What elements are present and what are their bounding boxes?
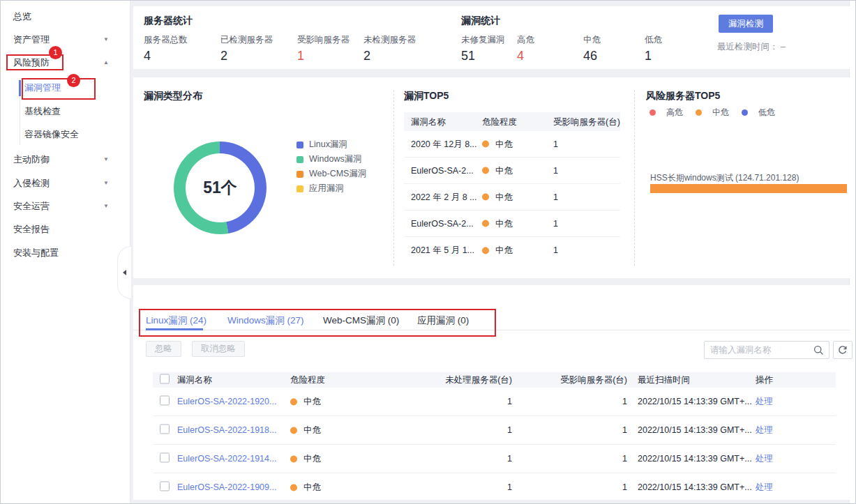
stat-scanned-servers: 已检测服务器2 [220,34,273,63]
medium-risk-dot-icon [482,247,489,254]
medium-risk-dot-icon [290,455,297,462]
chevron-down-icon [103,153,109,167]
high-risk-dot-icon [649,109,656,116]
legend-item-windows: Windows漏洞 [296,152,366,167]
vuln-scan-button[interactable]: 漏洞检测 [719,15,773,33]
row-checkbox[interactable] [160,453,170,463]
sidebar-item-proactive-defense[interactable]: 主动防御 [1,153,130,167]
risk-server-top5-title: 风险服务器TOP5 [646,90,720,102]
legend-item-low: 低危 [742,107,775,119]
tab-linux-vulns[interactable]: Linux漏洞 (24) [146,314,207,327]
sidebar-item-vulnerability-management[interactable]: 漏洞管理 [1,81,130,95]
chevron-up-icon [103,56,109,70]
webcms-legend-swatch [296,171,303,178]
medium-risk-dot-icon [482,167,489,174]
row-checkbox[interactable] [160,482,170,491]
vuln-top5-header: 漏洞名称 危险程度 受影响服务器(台) [404,112,620,131]
statistics-card: 服务器统计 服务器总数4 已检测服务器2 受影响服务器1 未检测服务器2 漏洞统… [133,6,850,69]
sidebar-collapse-handle[interactable] [117,246,131,299]
risk-server-bar [650,184,847,193]
low-risk-dot-icon [742,109,748,116]
chevron-down-icon [103,176,109,190]
vuln-top5-table: 漏洞名称 危险程度 受影响服务器(台) 2020 年 12月 8... 中危 1… [404,112,620,264]
vuln-type-chart-title: 漏洞类型分布 [144,90,202,102]
server-stats-title: 服务器统计 [144,15,193,27]
stat-high-risk: 高危4 [517,34,534,63]
linux-legend-swatch [296,142,303,148]
sidebar-item-security-operations[interactable]: 安全运营 [1,199,130,213]
sidebar: 总览 资产管理 风险预防 漏洞管理 基线检查 容器镜像安全 主动防御 入侵检测 … [1,1,130,503]
stat-affected-servers: 受影响服务器1 [297,34,350,63]
table-row: 2020 年 12月 8... 中危 1 [404,131,620,158]
ignore-button[interactable]: 忽略 [146,341,181,357]
stat-unscanned-servers: 未检测服务器2 [363,34,416,63]
charts-card: 漏洞类型分布 51个 Linux漏洞 Windows漏洞 Web-CMS漏洞 应… [133,77,850,278]
vuln-type-donut-chart: 51个 [174,142,266,234]
vuln-search-box [704,341,829,359]
legend-item-app: 应用漏洞 [296,181,366,196]
table-row: EulerOS-SA-2022-1909... 中危 1 1 2022/10/1… [153,473,836,502]
table-row: EulerOS-SA-2... 中危 1 [404,211,620,237]
chevron-down-icon [103,199,109,213]
vuln-name-link[interactable]: EulerOS-SA-2022-1920... [177,397,276,406]
vuln-stats-title: 漏洞统计 [461,15,500,27]
row-checkbox[interactable] [160,396,170,406]
vuln-name-link[interactable]: EulerOS-SA-2022-1914... [177,454,276,464]
cancel-ignore-button[interactable]: 取消忽略 [192,341,245,357]
sidebar-item-risk-prevention[interactable]: 风险预防 [1,56,130,70]
stat-unfixed-vulns: 未修复漏洞51 [461,34,505,63]
section-divider [634,90,635,266]
tab-app-vulns[interactable]: 应用漏洞 (0) [417,314,469,327]
vuln-list-card: Linux漏洞 (24) Windows漏洞 (27) Web-CMS漏洞 (0… [133,285,850,500]
legend-item-high: 高危 [649,107,683,119]
vuln-table-header: 漏洞名称 危险程度 未处理服务器(台) 受影响服务器(台) 最近扫描时间 操作 [153,372,836,388]
hss-vulnerability-dashboard: 总览 资产管理 风险预防 漏洞管理 基线检查 容器镜像安全 主动防御 入侵检测 … [0,0,856,504]
donut-legend: Linux漏洞 Windows漏洞 Web-CMS漏洞 应用漏洞 [296,137,366,196]
active-tab-indicator [146,328,203,330]
legend-item-webcms: Web-CMS漏洞 [296,167,366,181]
medium-risk-dot-icon [696,109,702,116]
medium-risk-dot-icon [290,398,297,405]
sidebar-item-intrusion-detection[interactable]: 入侵检测 [1,176,130,190]
windows-legend-swatch [296,156,303,163]
search-input[interactable] [705,342,811,358]
donut-center-label: 51个 [174,142,266,234]
sidebar-item-baseline-check[interactable]: 基线检查 [1,105,130,119]
section-divider [393,90,394,266]
vuln-name-link[interactable]: EulerOS-SA-2022-1918... [177,425,276,435]
vuln-top5-title: 漏洞TOP5 [404,90,449,102]
risk-server-bar-label: HSS长期windows测试 (124.71.201.128) [650,172,799,184]
sidebar-item-container-image-security[interactable]: 容器镜像安全 [1,128,130,142]
refresh-icon [838,345,848,355]
table-row: EulerOS-SA-2022-1914... 中危 1 1 2022/10/1… [153,445,836,473]
tab-webcms-vulns[interactable]: Web-CMS漏洞 (0) [323,314,399,327]
select-all-checkbox[interactable] [160,374,170,384]
collapse-arrow-icon [123,270,126,275]
medium-risk-dot-icon [290,427,297,434]
sidebar-item-security-report[interactable]: 安全报告 [1,222,130,236]
vuln-name-link[interactable]: EulerOS-SA-2022-1909... [177,482,276,492]
risk-server-legend: 高危 中危 低危 [649,107,788,119]
row-checkbox[interactable] [160,425,170,434]
table-row: 2022 年 2 月 8 ... 中危 1 [404,184,620,211]
handle-link[interactable]: 处理 [756,482,773,494]
sidebar-item-installation-config[interactable]: 安装与配置 [1,246,130,260]
stat-total-servers: 服务器总数4 [144,34,188,63]
medium-risk-dot-icon [482,141,489,148]
app-legend-swatch [296,185,303,192]
annotation-badge-2: 2 [67,74,80,87]
table-row: 2021 年 5 月 1... 中危 1 [404,237,620,264]
medium-risk-dot-icon [482,194,489,201]
handle-link[interactable]: 处理 [756,396,773,408]
refresh-button[interactable] [833,341,853,359]
handle-link[interactable]: 处理 [756,453,773,465]
handle-link[interactable]: 处理 [756,425,773,436]
medium-risk-dot-icon [290,484,297,491]
sidebar-item-overview[interactable]: 总览 [1,10,130,24]
table-row: EulerOS-SA-2022-1918... 中危 1 1 2022/10/1… [153,416,836,445]
sidebar-item-asset-management[interactable]: 资产管理 [1,33,130,47]
tab-windows-vulns[interactable]: Windows漏洞 (27) [227,314,304,327]
stat-low-risk: 低危1 [645,34,662,63]
search-icon[interactable] [813,345,824,356]
medium-risk-dot-icon [482,220,489,227]
